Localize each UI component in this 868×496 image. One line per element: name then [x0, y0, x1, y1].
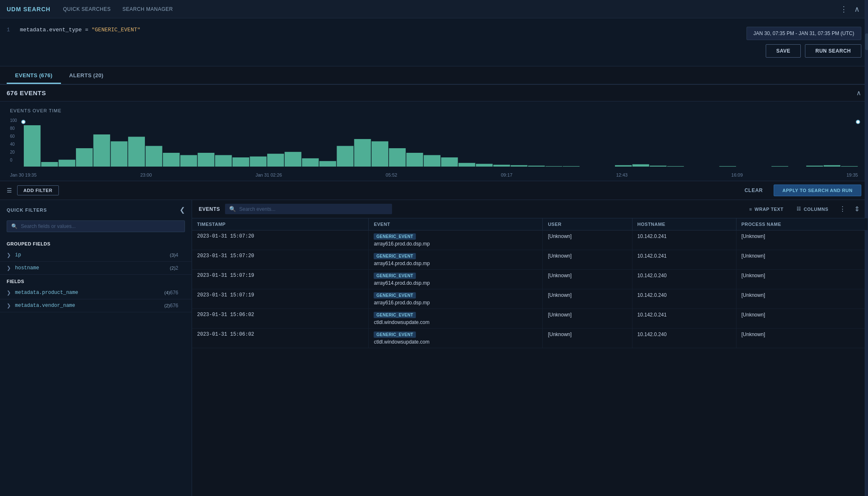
y-label-20: 20 [10, 150, 17, 154]
svg-rect-17 [319, 161, 336, 167]
cell-event: GENERIC_EVENT array616.prod.do.dsp.mp [369, 289, 543, 309]
close-icon[interactable]: ∧ [853, 3, 861, 15]
x-label-4: 09:17 [501, 172, 513, 177]
svg-rect-5 [111, 142, 127, 167]
collapse-events-icon[interactable]: ∧ [856, 89, 861, 97]
cell-timestamp: 2023-01-31 15:07:20 [192, 230, 369, 250]
cell-event: GENERIC_EVENT ctldl.windowsupdate.com [369, 329, 543, 348]
cell-process-name: [Unknown] [736, 270, 868, 289]
clear-button[interactable]: CLEAR [739, 185, 769, 196]
search-events-field[interactable]: 🔍 [225, 204, 392, 214]
svg-rect-13 [250, 157, 266, 167]
x-label-7: 19:35 [846, 172, 858, 177]
cell-hostname: 10.142.0.240 [632, 270, 736, 289]
query-code: metadata.event_type = [20, 27, 92, 33]
x-label-5: 12:43 [616, 172, 628, 177]
svg-rect-18 [337, 146, 354, 167]
date-range-button[interactable]: JAN 30, 07:35 PM - JAN 31, 07:35 PM (UTC… [747, 27, 861, 40]
header-bar: UDM SEARCH QUICK SEARCHES SEARCH MANAGER… [0, 0, 868, 18]
filter-group-vendor-name[interactable]: ❯ metadata.vendor_name (2) 676 [0, 299, 192, 312]
svg-rect-1 [41, 162, 58, 167]
chevron-right-icon: ❯ [7, 290, 11, 296]
svg-rect-43 [772, 166, 788, 167]
tab-alerts[interactable]: ALERTS (20) [61, 67, 112, 84]
table-row[interactable]: 2023-01-31 15:07:20 GENERIC_EVENT array6… [192, 250, 868, 270]
filter-icon[interactable]: ☰ [7, 187, 12, 194]
svg-rect-47 [841, 166, 858, 167]
cell-user: [Unknown] [543, 250, 632, 270]
col-hostname: HOSTNAME [632, 218, 736, 230]
save-button[interactable]: SAVE [766, 44, 801, 58]
quick-filters-title: QUICK FILTERS [7, 208, 47, 213]
svg-rect-15 [285, 152, 301, 167]
svg-rect-20 [372, 142, 388, 167]
events-section-title: 676 EVENTS [7, 89, 856, 96]
table-row[interactable]: 2023-01-31 15:06:02 GENERIC_EVENT ctldl.… [192, 309, 868, 329]
svg-rect-27 [493, 165, 510, 167]
tabs-bar: EVENTS (676) ALERTS (20) [0, 66, 868, 85]
nav-search-manager[interactable]: SEARCH MANAGER [122, 5, 173, 14]
cell-event: GENERIC_EVENT array616.prod.do.dsp.mp [369, 230, 543, 250]
y-label-60: 60 [10, 134, 17, 139]
col-process-name: PROCESS NAME [736, 218, 868, 230]
svg-rect-6 [128, 137, 145, 167]
panel-more-options-icon[interactable]: ⋮ [838, 203, 848, 215]
run-search-button[interactable]: RUN SEARCH [805, 44, 861, 58]
y-label-40: 40 [10, 142, 17, 147]
tab-events[interactable]: EVENTS (676) [7, 67, 61, 84]
wrap-text-button[interactable]: ≡ WRAP TEXT [745, 205, 787, 213]
events-chart-svg[interactable] [23, 116, 858, 167]
field-total-product-name: 676 [170, 290, 178, 296]
chart-left-marker [21, 120, 25, 124]
x-label-1: 23:00 [140, 172, 152, 177]
cell-timestamp: 2023-01-31 15:07:19 [192, 270, 369, 289]
collapse-sidebar-icon[interactable]: ❮ [180, 206, 185, 214]
search-filters-field[interactable]: 🔍 [7, 220, 185, 232]
cell-process-name: [Unknown] [736, 230, 868, 250]
field-count-vendor-name: (2) [164, 303, 170, 308]
field-name-ip: ip [15, 252, 168, 258]
cell-timestamp: 2023-01-31 15:06:02 [192, 329, 369, 348]
more-options-icon[interactable]: ⋮ [838, 3, 849, 15]
table-row[interactable]: 2023-01-31 15:07:19 GENERIC_EVENT array6… [192, 270, 868, 289]
fields-title: FIELDS [0, 275, 192, 286]
filter-group-ip[interactable]: ❯ ip (3) 4 [0, 249, 192, 262]
search-events-input[interactable] [239, 206, 388, 212]
search-filters-icon: 🔍 [11, 223, 18, 229]
query-actions: JAN 30, 07:35 PM - JAN 31, 07:35 PM (UTC… [734, 23, 868, 62]
field-name-product-name: metadata.product_name [15, 290, 163, 296]
query-editor[interactable]: 1 metadata.event_type = "GENERIC_EVENT" [0, 23, 734, 37]
field-count-product-name: (4) [164, 290, 170, 295]
columns-button[interactable]: ☷ COLUMNS [792, 205, 833, 213]
table-row[interactable]: 2023-01-31 15:07:19 GENERIC_EVENT array6… [192, 289, 868, 309]
chevron-right-icon: ❯ [7, 303, 11, 309]
svg-rect-37 [667, 166, 684, 167]
columns-icon: ☷ [797, 206, 801, 212]
add-filter-button[interactable]: ADD FILTER [17, 185, 59, 195]
cell-timestamp: 2023-01-31 15:06:02 [192, 309, 369, 329]
quick-filters-sidebar: QUICK FILTERS ❮ 🔍 GROUPED FIELDS ❯ ip (3… [0, 200, 192, 496]
cell-event: GENERIC_EVENT array614.prod.do.dsp.mp [369, 270, 543, 289]
table-row[interactable]: 2023-01-31 15:06:02 GENERIC_EVENT ctldl.… [192, 329, 868, 348]
svg-rect-4 [94, 134, 110, 167]
filter-group-hostname[interactable]: ❯ hostname (2) 2 [0, 262, 192, 275]
columns-label: COLUMNS [804, 207, 828, 212]
table-row[interactable]: 2023-01-31 15:07:20 GENERIC_EVENT array6… [192, 230, 868, 250]
field-name-vendor-name: metadata.vendor_name [15, 303, 163, 309]
y-label-0: 0 [10, 158, 17, 162]
wrap-text-icon: ≡ [749, 207, 752, 212]
sort-icon[interactable]: ⇕ [853, 203, 861, 215]
x-label-3: 05:52 [386, 172, 397, 177]
cell-timestamp: 2023-01-31 15:07:20 [192, 250, 369, 270]
filter-group-product-name[interactable]: ❯ metadata.product_name (4) 676 [0, 286, 192, 299]
apply-search-run-button[interactable]: APPLY TO SEARCH AND RUN [774, 185, 861, 196]
nav-quick-searches[interactable]: QUICK SEARCHES [63, 5, 111, 14]
query-area: 1 metadata.event_type = "GENERIC_EVENT" … [0, 18, 868, 66]
chart-right-marker [856, 120, 860, 124]
search-filters-input[interactable] [21, 223, 180, 229]
events-table-wrap[interactable]: TIMESTAMP EVENT USER HOSTNAME PROCESS NA… [192, 218, 868, 496]
svg-rect-24 [441, 157, 458, 167]
line-number: 1 [7, 27, 10, 33]
field-total-ip: 4 [175, 252, 178, 258]
cell-user: [Unknown] [543, 289, 632, 309]
